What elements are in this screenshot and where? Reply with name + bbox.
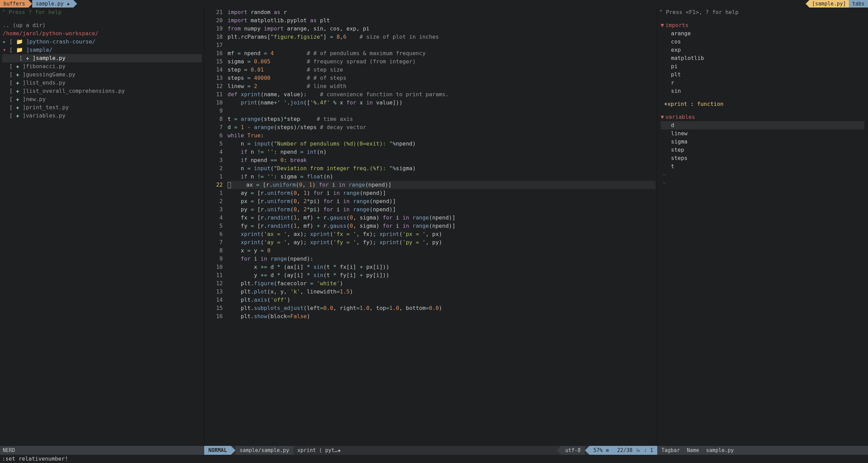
code-line[interactable]: fy = [r.randint(1, mf) + r.gauss(0, sigm…: [228, 222, 656, 230]
arrow-icon: [28, 0, 32, 8]
code-line[interactable]: plt.plot(x, y, 'k', linewidth=1.5): [228, 288, 656, 296]
code-line[interactable]: def xprint(name, value): # convenience f…: [228, 90, 656, 99]
nerdtree-status: NERD: [0, 446, 204, 455]
code-line[interactable]: if npend == 0: break: [228, 156, 656, 164]
code-line[interactable]: ay = [r.uniform(0, 1) for i in range(npe…: [228, 189, 656, 197]
tagbar-section-imports[interactable]: ▼imports: [661, 21, 865, 29]
tab-current-buffer[interactable]: sample.py ✚: [32, 0, 73, 8]
tree-item[interactable]: [ ✚ ]list_overall_comprehensions.py: [2, 87, 202, 95]
code-line[interactable]: [228, 107, 656, 115]
tree-item[interactable]: ▾ [ 📁 ]sample/: [2, 46, 202, 54]
code-line[interactable]: xprint('ax = ', ax); xprint('fx = ', fx)…: [228, 230, 656, 238]
arrow-icon: [806, 0, 809, 8]
tagbar-item[interactable]: pi: [661, 62, 865, 71]
command-line[interactable]: :set relativenumber!: [0, 455, 868, 463]
line-number-gutter: 2120191817161514131211109876543212212345…: [204, 8, 226, 446]
status-encoding: utf-8: [561, 446, 585, 455]
code-line[interactable]: d = 1 - arange(steps)/steps # decay vect…: [228, 123, 656, 132]
arrow-icon: [231, 446, 235, 455]
code-line[interactable]: if n != '': sigma = float(n): [228, 173, 656, 181]
tagbar-item[interactable]: plt: [661, 71, 865, 79]
tagbar-item[interactable]: d: [661, 121, 865, 129]
arrow-icon: [73, 0, 77, 8]
tilde: ~: [661, 171, 865, 179]
arrow-icon: [557, 446, 561, 455]
nerdtree-root[interactable]: /home/jarol/python-workspace/: [2, 29, 202, 38]
nerdtree-pane[interactable]: " Press ? for help .. (up a dir) /home/j…: [0, 8, 204, 446]
code-line[interactable]: x = y = 0: [228, 247, 656, 255]
tree-item[interactable]: [ ✚ ]variables.py: [2, 112, 202, 120]
code-line[interactable]: ax = [r.uniform(0, 1) for i in range(npe…: [228, 181, 656, 189]
tabline: buffers sample.py ✚ [sample.py] tabs: [0, 0, 868, 8]
code-line[interactable]: n = input("Deviation from integer freq.(…: [228, 164, 656, 173]
status-position: 22/38 ㏑ : 1: [613, 446, 657, 455]
tagbar-status: Tagbar Name sample.py: [657, 446, 868, 455]
code-line[interactable]: steps = 40000 # # of steps: [228, 74, 656, 82]
tagbar-item[interactable]: exp: [661, 46, 865, 54]
code-line[interactable]: n = input("Number of pendulums (%d)(0=ex…: [228, 140, 656, 148]
tagbar-item[interactable]: sigma: [661, 138, 865, 146]
tagbar-help: " Press <F1>, ? for help: [657, 8, 868, 17]
code-line[interactable]: plt.rcParams["figure.figsize"] = 8,6 # s…: [228, 33, 656, 41]
nerdtree-up-dir[interactable]: .. (up a dir): [2, 21, 202, 29]
code-line[interactable]: for i in range(npend):: [228, 255, 656, 263]
tagbar-item[interactable]: linew: [661, 129, 865, 138]
tab-tabs[interactable]: tabs: [849, 0, 868, 8]
triangle-down-icon: ▼: [661, 22, 664, 28]
tagbar-item[interactable]: steps: [661, 154, 865, 162]
code-line[interactable]: sigma = 0.005 # frequency spread (from i…: [228, 58, 656, 66]
code-line[interactable]: y += d * (ay[i] * sin(t * fy[i] + py[i])…: [228, 271, 656, 279]
code-line[interactable]: px = [r.uniform(0, 2*pi) for i in range(…: [228, 197, 656, 205]
mode-indicator: NORMAL: [204, 446, 231, 455]
code-line[interactable]: if n != '': npend = int(n): [228, 148, 656, 156]
code-line[interactable]: [228, 41, 656, 49]
tree-item[interactable]: [ ✚ ]print_test.py: [2, 103, 202, 112]
code-line[interactable]: plt.show(block=False): [228, 312, 656, 321]
status-filepath: sample/sample.py: [235, 446, 293, 455]
status-tag: xprint ⟨ pyt…✚: [293, 446, 345, 455]
tab-right-file[interactable]: [sample.py]: [809, 0, 849, 8]
code-line[interactable]: import random as r: [228, 8, 656, 16]
code-line[interactable]: plt.axis('off'): [228, 296, 656, 304]
statusline: NERD NORMAL sample/sample.py xprint ⟨ py…: [0, 446, 868, 455]
code-line[interactable]: while True:: [228, 132, 656, 140]
tagbar-item[interactable]: sin: [661, 87, 865, 95]
editor-status: NORMAL sample/sample.py xprint ⟨ pyt…✚ u…: [204, 446, 657, 455]
code-line[interactable]: step = 0.01 # step size: [228, 66, 656, 74]
tagbar-item[interactable]: step: [661, 146, 865, 154]
tree-item[interactable]: [ ✚ ]sample.py: [2, 54, 202, 62]
triangle-down-icon: ▼: [661, 114, 664, 120]
tree-item[interactable]: [ ✚ ]fibonacci.py: [2, 62, 202, 71]
editor-pane[interactable]: 2120191817161514131211109876543212212345…: [204, 8, 657, 446]
tagbar-pane[interactable]: " Press <F1>, ? for help ▼imports arange…: [657, 8, 868, 446]
tagbar-function[interactable]: +xprint : function: [661, 100, 865, 108]
arrow-icon: [585, 446, 589, 455]
status-percent: 57% ≡: [589, 446, 613, 455]
code-line[interactable]: fx = [r.randint(1, mf) + r.gauss(0, sigm…: [228, 214, 656, 222]
code-line[interactable]: py = [r.uniform(0, 2*pi) for i in range(…: [228, 205, 656, 214]
tree-item[interactable]: [ ✚ ]list_ends.py: [2, 79, 202, 87]
tagbar-item[interactable]: r: [661, 79, 865, 87]
tagbar-section-variables[interactable]: ▼variables: [661, 113, 865, 121]
code-line[interactable]: x += d * (ax[i] * sin(t * fx[i] + px[i])…: [228, 263, 656, 271]
tagbar-item[interactable]: cos: [661, 38, 865, 46]
code-line[interactable]: import matplotlib.pyplot as plt: [228, 16, 656, 25]
tagbar-item[interactable]: t: [661, 162, 865, 171]
tagbar-item[interactable]: matplotlib: [661, 54, 865, 62]
code-line[interactable]: print(name+' '.join(['%.4f' % x for x in…: [228, 99, 656, 107]
code-line[interactable]: plt.figure(facecolor = 'white'): [228, 279, 656, 288]
tree-item[interactable]: [ ✚ ]new.py: [2, 95, 202, 103]
code-line[interactable]: linew = 2 # line width: [228, 82, 656, 90]
code-line[interactable]: from numpy import arange, sin, cos, exp,…: [228, 25, 656, 33]
tagbar-item[interactable]: arange: [661, 29, 865, 38]
tab-buffers[interactable]: buffers: [0, 0, 28, 8]
code-line[interactable]: mf = npend = 4 # # of pendulums & maximu…: [228, 49, 656, 58]
tree-item[interactable]: [ ✚ ]guessingGame.py: [2, 71, 202, 79]
nerdtree-help: " Press ? for help: [0, 8, 204, 17]
code-area[interactable]: import random as rimport matplotlib.pypl…: [226, 8, 657, 446]
code-line[interactable]: t = arange(steps)*step # time axis: [228, 115, 656, 123]
tilde: ~: [661, 179, 865, 187]
tree-item[interactable]: ▸ [ 📁 ]python-crash-course/: [2, 38, 202, 46]
code-line[interactable]: plt.subplots_adjust(left=0.0, right=1.0,…: [228, 304, 656, 312]
code-line[interactable]: xprint('ay = ', ay); xprint('fy = ', fy)…: [228, 238, 656, 247]
